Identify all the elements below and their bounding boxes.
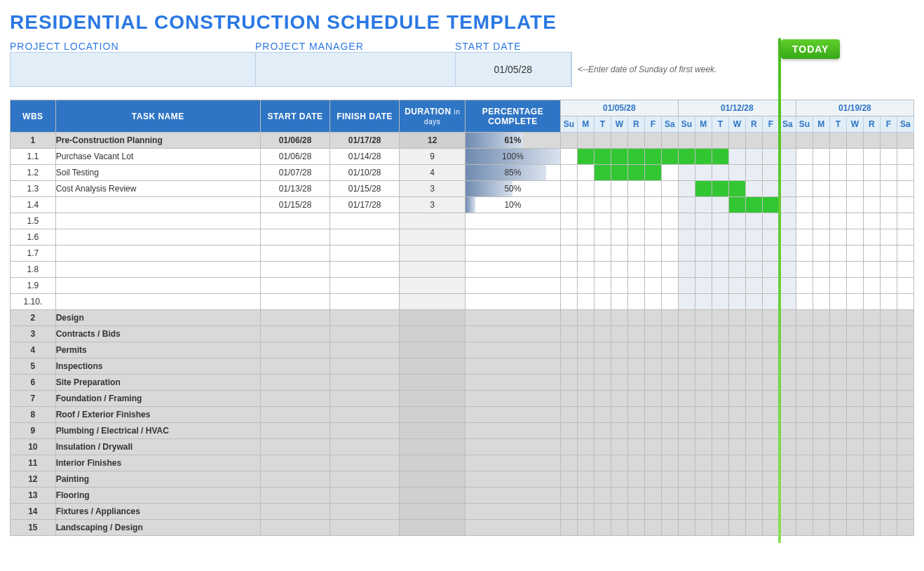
gantt-cell[interactable] [594, 504, 611, 520]
gantt-cell[interactable] [560, 439, 577, 455]
gantt-cell[interactable] [712, 326, 728, 342]
gantt-cell[interactable] [880, 246, 897, 262]
gantt-cell[interactable] [762, 342, 779, 358]
gantt-cell[interactable] [880, 342, 897, 358]
gantt-cell[interactable] [627, 407, 644, 423]
gantt-cell[interactable] [897, 504, 913, 520]
gantt-cell[interactable] [560, 133, 577, 149]
gantt-cell[interactable] [745, 488, 762, 504]
finish-cell[interactable] [330, 213, 400, 229]
gantt-cell[interactable] [712, 165, 728, 181]
gantt-cell[interactable] [661, 262, 678, 278]
gantt-cell[interactable] [745, 504, 762, 520]
percent-cell[interactable]: 10% [466, 197, 561, 213]
duration-cell[interactable] [400, 294, 466, 310]
gantt-cell[interactable] [728, 342, 745, 358]
duration-cell[interactable] [400, 342, 466, 358]
task-cell[interactable]: Permits [55, 342, 260, 358]
gantt-cell[interactable] [779, 165, 796, 181]
gantt-cell[interactable] [829, 165, 846, 181]
gantt-cell[interactable] [779, 246, 796, 262]
gantt-cell[interactable] [678, 310, 695, 326]
gantt-cell[interactable] [560, 262, 577, 278]
wbs-cell[interactable]: 2 [11, 310, 56, 326]
gantt-cell[interactable] [577, 246, 594, 262]
gantt-cell[interactable] [712, 342, 728, 358]
gantt-cell[interactable] [796, 471, 813, 488]
gantt-cell[interactable] [796, 455, 813, 471]
gantt-cell[interactable] [695, 391, 712, 407]
gantt-cell[interactable] [577, 213, 594, 229]
gantt-cell[interactable] [661, 504, 678, 520]
gantt-cell[interactable] [796, 488, 813, 504]
gantt-cell[interactable] [863, 358, 880, 375]
duration-cell[interactable] [400, 278, 466, 294]
gantt-cell[interactable] [813, 407, 829, 423]
gantt-cell[interactable] [577, 423, 594, 439]
gantt-cell[interactable] [745, 358, 762, 375]
gantt-cell[interactable] [745, 423, 762, 439]
gantt-cell[interactable] [897, 294, 913, 310]
gantt-cell[interactable] [796, 391, 813, 407]
gantt-cell[interactable] [577, 229, 594, 246]
gantt-cell[interactable] [678, 246, 695, 262]
gantt-cell[interactable] [678, 407, 695, 423]
percent-cell[interactable] [466, 294, 561, 310]
gantt-cell[interactable] [796, 520, 813, 536]
gantt-cell[interactable] [678, 149, 695, 165]
gantt-cell[interactable] [644, 246, 661, 262]
gantt-cell[interactable] [577, 439, 594, 455]
gantt-cell[interactable] [728, 455, 745, 471]
gantt-cell[interactable] [728, 358, 745, 375]
duration-cell[interactable] [400, 391, 466, 407]
gantt-cell[interactable] [560, 504, 577, 520]
start-cell[interactable] [260, 504, 329, 520]
duration-cell[interactable] [400, 375, 466, 391]
gantt-cell[interactable] [728, 213, 745, 229]
gantt-cell[interactable] [594, 133, 611, 149]
percent-cell[interactable] [466, 455, 561, 471]
start-cell[interactable] [260, 391, 329, 407]
gantt-cell[interactable] [829, 455, 846, 471]
gantt-cell[interactable] [813, 342, 829, 358]
gantt-cell[interactable] [627, 149, 644, 165]
percent-cell[interactable] [466, 423, 561, 439]
gantt-cell[interactable] [829, 133, 846, 149]
gantt-cell[interactable] [829, 294, 846, 310]
gantt-cell[interactable] [560, 520, 577, 536]
gantt-cell[interactable] [813, 488, 829, 504]
gantt-cell[interactable] [644, 133, 661, 149]
gantt-cell[interactable] [829, 246, 846, 262]
finish-cell[interactable] [330, 342, 400, 358]
gantt-cell[interactable] [863, 504, 880, 520]
percent-cell[interactable] [466, 358, 561, 375]
gantt-cell[interactable] [712, 455, 728, 471]
finish-cell[interactable]: 01/17/28 [330, 133, 400, 149]
gantt-cell[interactable] [611, 197, 627, 213]
percent-cell[interactable] [466, 471, 561, 488]
task-cell[interactable] [55, 213, 260, 229]
start-cell[interactable] [260, 488, 329, 504]
gantt-cell[interactable] [796, 375, 813, 391]
gantt-cell[interactable] [678, 455, 695, 471]
gantt-cell[interactable] [829, 439, 846, 455]
gantt-cell[interactable] [611, 375, 627, 391]
finish-cell[interactable]: 01/15/28 [330, 181, 400, 197]
gantt-cell[interactable] [695, 520, 712, 536]
gantt-cell[interactable] [594, 488, 611, 504]
gantt-cell[interactable] [762, 294, 779, 310]
gantt-cell[interactable] [577, 342, 594, 358]
gantt-cell[interactable] [813, 391, 829, 407]
gantt-cell[interactable] [644, 229, 661, 246]
gantt-cell[interactable] [678, 423, 695, 439]
gantt-cell[interactable] [695, 358, 712, 375]
gantt-cell[interactable] [762, 229, 779, 246]
gantt-cell[interactable] [560, 471, 577, 488]
wbs-cell[interactable]: 10 [11, 439, 56, 455]
gantt-cell[interactable] [627, 326, 644, 342]
gantt-cell[interactable] [813, 294, 829, 310]
gantt-cell[interactable] [594, 471, 611, 488]
finish-cell[interactable]: 01/14/28 [330, 149, 400, 165]
gantt-cell[interactable] [762, 375, 779, 391]
gantt-cell[interactable] [796, 262, 813, 278]
